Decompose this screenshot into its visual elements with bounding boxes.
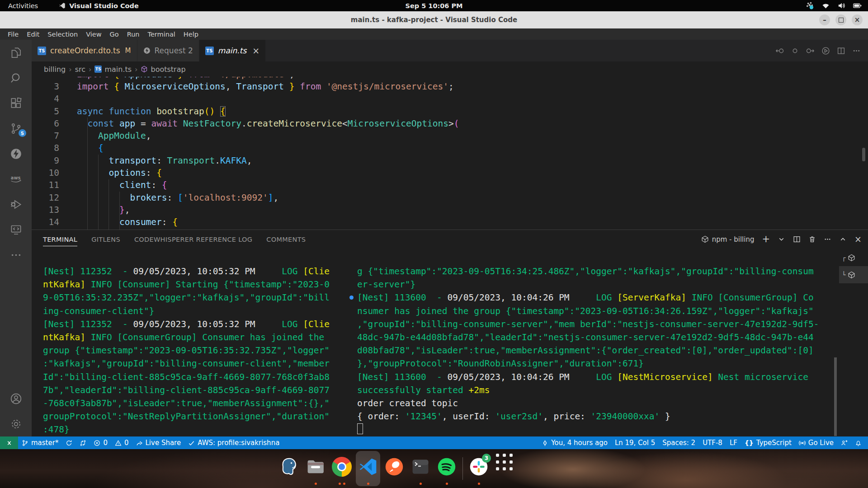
status-error[interactable]: 0	[90, 436, 111, 449]
status-compare[interactable]	[76, 436, 90, 449]
close-icon[interactable]: ×	[854, 235, 862, 244]
search-icon[interactable]	[0, 65, 32, 90]
status-lf[interactable]: LF	[726, 436, 741, 449]
focused-app-indicator[interactable]: Visual Studio Code	[59, 2, 139, 9]
terminal-scrollbar[interactable]	[834, 357, 837, 436]
menu-item-file[interactable]: File	[4, 31, 23, 38]
indent-guide	[87, 117, 88, 230]
status-bell[interactable]	[851, 436, 865, 449]
terminal-line: [Nest] 112352 - 09/05/2023, 10:05:32 PM …	[43, 265, 349, 278]
thunder-icon	[143, 47, 151, 54]
status-ln-19-col-5[interactable]: Ln 19, Col 5	[611, 436, 659, 449]
status-check[interactable]: AWS: profile:sivakrishna	[184, 436, 283, 449]
dock-postman[interactable]	[382, 451, 406, 486]
indent-guide	[108, 179, 109, 230]
account-icon[interactable]	[0, 386, 32, 411]
menu-item-terminal[interactable]: Terminal	[144, 31, 179, 38]
status-spaces-2[interactable]: Spaces: 2	[659, 436, 699, 449]
terminal-pane-left[interactable]: [Nest] 112352 - 09/05/2023, 10:05:32 PM …	[43, 265, 349, 436]
window-titlebar[interactable]: main.ts - kafka-project - Visual Studio …	[0, 11, 868, 29]
indicator-icon[interactable]	[806, 1, 814, 10]
chevron-up-icon[interactable]	[839, 235, 847, 243]
window-close-button[interactable]: ×	[852, 14, 863, 25]
status-remote[interactable]	[0, 436, 18, 449]
dock-files[interactable]	[303, 451, 328, 486]
split-icon[interactable]	[793, 235, 801, 243]
thunder-client-icon[interactable]	[0, 141, 32, 166]
dock-slack[interactable]: 3	[467, 451, 491, 486]
more-actions-icon[interactable]	[824, 235, 831, 243]
dock-chrome[interactable]	[330, 451, 354, 486]
editor-scrollbar[interactable]	[862, 148, 865, 161]
clock[interactable]: Sep 5 10:06 PM	[405, 2, 462, 9]
settings-icon[interactable]	[0, 411, 32, 436]
run-circle-icon[interactable]	[821, 47, 830, 55]
code-line-6: 6 const app = await NestFactory.createMi…	[32, 117, 868, 130]
wifi-icon[interactable]	[821, 1, 830, 10]
menu-item-go[interactable]: Go	[106, 31, 123, 38]
dock-app-grid[interactable]	[493, 451, 517, 486]
bell-icon	[855, 440, 862, 446]
status-live-share[interactable]: Live Share	[132, 436, 185, 449]
tab-request-2[interactable]: Request 2	[137, 40, 199, 61]
menu-item-selection[interactable]: Selection	[43, 31, 82, 38]
nav-circle-icon[interactable]	[791, 47, 799, 55]
scm-changes-badge: 5	[19, 129, 26, 137]
panel-tab-terminal[interactable]: TERMINAL	[43, 230, 77, 249]
system-tray[interactable]	[806, 1, 868, 10]
panel-tab-comments[interactable]: COMMENTS	[266, 230, 306, 249]
more-actions-icon[interactable]	[852, 47, 861, 55]
terminal-line: nsumer has joined the group {"timestamp"…	[357, 305, 837, 318]
trash-icon[interactable]	[808, 235, 816, 243]
explorer-icon[interactable]	[0, 40, 32, 65]
panel-tab-codewhisperer-reference-log[interactable]: CODEWHISPERER REFERENCE LOG	[134, 230, 252, 249]
terminal-instance-1[interactable]: ┌	[839, 249, 868, 266]
status-braces[interactable]: {}TypeScript	[741, 436, 795, 449]
menu-item-run[interactable]: Run	[123, 31, 144, 38]
dock-vscode[interactable]	[356, 451, 380, 486]
menu-item-view[interactable]: View	[82, 31, 105, 38]
close-tab-button[interactable]: ×	[252, 47, 259, 55]
battery-icon[interactable]	[853, 1, 862, 10]
status-sync[interactable]	[62, 436, 76, 449]
new-terminal-icon[interactable]: +	[762, 235, 770, 244]
code-line-9: 9 transport: Transport.KAFKA,	[32, 155, 868, 167]
nav-forward-icon[interactable]	[806, 47, 815, 55]
split-editor-icon[interactable]	[837, 47, 845, 55]
extensions-icon[interactable]	[0, 90, 32, 116]
volume-icon[interactable]	[837, 1, 846, 10]
menu-item-help[interactable]: Help	[179, 31, 203, 38]
dock-postgresql[interactable]	[277, 451, 302, 486]
status-warning[interactable]: 0	[111, 436, 132, 449]
breadcrumb-main-ts[interactable]: TSmain.ts	[94, 65, 132, 74]
terminal-instance-2[interactable]: └	[839, 266, 868, 283]
window-minimize-button[interactable]: –	[819, 14, 830, 25]
status-broadcast[interactable]: Go Live	[795, 436, 837, 449]
terminal-process-label[interactable]: npm - billing	[701, 235, 755, 244]
terminal-pane-right[interactable]: g {"timestamp":"2023-09-05T16:34:25.486Z…	[357, 265, 837, 436]
activities-button[interactable]: Activities	[0, 0, 46, 11]
status-utf-8[interactable]: UTF-8	[699, 436, 726, 449]
tab-createorder-dto-ts[interactable]: TScreateOrder.dto.tsM	[32, 40, 137, 61]
breadcrumb-billing[interactable]: billing	[44, 65, 66, 74]
tab-main-ts[interactable]: TSmain.ts×	[199, 40, 266, 61]
chrome-icon	[332, 457, 352, 477]
source-control-icon[interactable]: 5	[0, 116, 32, 141]
aws-icon[interactable]: aws	[0, 166, 32, 192]
status-feedback[interactable]	[837, 436, 851, 449]
status-branch[interactable]: master*	[18, 436, 62, 449]
remote-explorer-icon[interactable]	[0, 217, 32, 242]
dock-spotify[interactable]	[434, 451, 459, 486]
run-debug-icon[interactable]	[0, 192, 32, 217]
status-commit[interactable]: You, 4 hours ago	[538, 436, 611, 449]
window-maximize-button[interactable]	[835, 14, 846, 25]
breadcrumb-bootstrap[interactable]: bootstrap	[141, 65, 185, 74]
more-icon[interactable]	[0, 242, 32, 267]
nav-back-icon[interactable]	[775, 47, 784, 55]
code-editor[interactable]: import { AppModule } from './app.module'…	[32, 77, 868, 230]
panel-tab-gitlens[interactable]: GITLENS	[91, 230, 120, 249]
chevron-down-icon[interactable]	[778, 235, 785, 243]
dock-terminal[interactable]	[408, 451, 433, 486]
breadcrumb-src[interactable]: src	[75, 65, 85, 74]
menu-item-edit[interactable]: Edit	[23, 31, 43, 38]
